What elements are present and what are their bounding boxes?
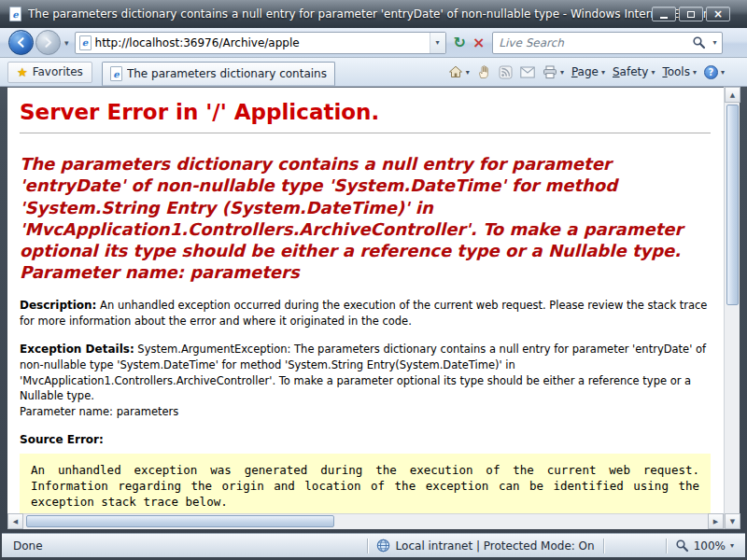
source-error-line: exception stack trace below. — [31, 494, 699, 510]
favorites-star-icon: ★ — [17, 65, 28, 79]
security-zone-text: Local intranet | Protected Mode: On — [396, 539, 595, 553]
zoom-control[interactable]: 100% ▾ — [675, 539, 734, 553]
scroll-right-button[interactable]: ▶ — [708, 513, 724, 529]
status-bar: Done Local intranet | Protected Mode: On… — [2, 533, 745, 557]
description-text: An unhandled exception occurred during t… — [20, 299, 707, 328]
hand-tool-button[interactable] — [477, 64, 491, 79]
page-icon: e — [79, 35, 92, 50]
printer-icon — [543, 65, 557, 79]
browser-viewport: Server Error in '/' Application. The par… — [7, 87, 724, 529]
scroll-left-button[interactable]: ◀ — [7, 513, 23, 529]
command-bar: ★ Favorites e The parameters dictionary … — [0, 58, 747, 87]
security-zone[interactable]: Local intranet | Protected Mode: On — [376, 539, 595, 553]
home-button[interactable]: ▾ — [448, 64, 470, 79]
print-button[interactable]: ▾ — [543, 65, 564, 79]
forward-button[interactable] — [35, 30, 61, 55]
tools-menu-button[interactable]: Tools ▾ — [662, 65, 697, 78]
help-chevron-icon: ▾ — [721, 68, 725, 77]
window-controls: × — [652, 7, 730, 21]
favorites-label: Favorites — [33, 65, 83, 78]
address-bar[interactable]: e ▾ — [75, 32, 446, 54]
rss-feed-icon — [499, 65, 513, 79]
description-label: Description: — [20, 299, 96, 312]
safety-chevron-icon: ▾ — [651, 68, 655, 77]
zoom-magnifier-icon — [675, 539, 689, 553]
page-title: Server Error in '/' Application. — [20, 100, 711, 124]
help-icon: ? — [704, 65, 718, 79]
search-dropdown-button[interactable]: ▾ — [708, 38, 722, 47]
tab-current-page[interactable]: e The parameters dictionary contains a .… — [102, 62, 335, 86]
exception-details-paragraph: Exception Details: System.ArgumentExcept… — [20, 342, 711, 420]
navigation-bar: ▾ e ▾ ↻ × ▾ — [0, 28, 747, 58]
vertical-scroll-thumb[interactable] — [726, 105, 739, 305]
statusbar-separator — [603, 539, 604, 553]
zoom-chevron-icon: ▾ — [730, 541, 734, 550]
horizontal-scroll-thumb[interactable] — [26, 515, 334, 527]
error-message-heading: The parameters dictionary contains a nul… — [20, 153, 711, 282]
hand-icon — [477, 64, 491, 79]
error-message-text: The parameters dictionary contains a nul… — [20, 154, 683, 259]
minimize-button[interactable] — [652, 7, 676, 21]
safety-menu-label: Safety — [613, 65, 648, 78]
safety-menu-button[interactable]: Safety ▾ — [613, 65, 655, 78]
zoom-level: 100% — [694, 539, 726, 553]
page-menu-label: Page — [571, 65, 599, 78]
tab-title: The parameters dictionary contains a ... — [127, 67, 327, 80]
exception-parameter-text: Parameter name: parameters — [20, 405, 178, 418]
source-error-box: An unhandled exception was generated dur… — [20, 454, 711, 518]
read-mail-button[interactable] — [520, 66, 535, 78]
tools-menu-label: Tools — [662, 65, 690, 78]
search-icon[interactable] — [689, 35, 708, 49]
search-box[interactable]: ▾ — [492, 32, 723, 54]
vertical-scrollbar[interactable]: ▲ ▼ — [724, 87, 740, 529]
maximize-icon — [687, 11, 695, 18]
page-menu-button[interactable]: Page ▾ — [571, 65, 605, 78]
maximize-button[interactable] — [679, 7, 703, 21]
command-toolbar: ▾ ▾ Page ▾ Safety ▾ — [448, 64, 725, 79]
globe-icon — [376, 539, 390, 553]
divider — [20, 133, 711, 133]
titlebar[interactable]: e The parameters dictionary contains a n… — [0, 0, 747, 28]
back-arrow-icon — [14, 35, 28, 49]
window-title: The parameters dictionary contains a nul… — [28, 7, 719, 21]
ie-window: e The parameters dictionary contains a n… — [0, 0, 747, 560]
forward-arrow-icon — [41, 35, 55, 49]
minimize-icon — [660, 17, 668, 19]
close-icon: × — [713, 8, 723, 20]
source-error-line: Information regarding the origin and loc… — [31, 478, 699, 494]
recent-pages-chevron-icon[interactable]: ▾ — [64, 38, 69, 48]
favorites-button[interactable]: ★ Favorites — [7, 62, 92, 83]
horizontal-scrollbar[interactable]: ◀ ▶ — [7, 513, 724, 529]
home-icon — [448, 64, 463, 79]
close-button[interactable]: × — [706, 7, 730, 21]
help-menu-button[interactable]: ? ▾ — [704, 65, 725, 79]
status-text: Done — [13, 539, 359, 553]
print-chevron-icon: ▾ — [560, 68, 564, 77]
stop-button[interactable]: × — [472, 35, 485, 50]
tools-chevron-icon: ▾ — [693, 68, 697, 77]
address-dropdown-button[interactable]: ▾ — [430, 33, 445, 53]
page-chevron-icon: ▾ — [601, 68, 605, 77]
source-error-label: Source Error: — [20, 433, 711, 446]
error-page: Server Error in '/' Application. The par… — [7, 88, 724, 529]
source-error-line: An unhandled exception was generated dur… — [31, 462, 699, 478]
scroll-up-button[interactable]: ▲ — [725, 87, 740, 103]
scroll-down-button[interactable]: ▼ — [725, 513, 740, 529]
url-input[interactable] — [92, 36, 430, 49]
home-chevron-icon: ▾ — [466, 68, 470, 77]
feeds-button[interactable] — [499, 65, 513, 79]
ie-page-icon: e — [9, 7, 21, 21]
tab-page-icon: e — [110, 66, 122, 81]
search-input[interactable] — [493, 36, 689, 49]
back-button[interactable] — [8, 30, 34, 55]
description-paragraph: Description: An unhandled exception occu… — [20, 298, 711, 329]
statusbar-separator — [367, 539, 368, 553]
statusbar-separator — [666, 539, 667, 553]
refresh-button[interactable]: ↻ — [454, 35, 466, 50]
mail-icon — [520, 66, 535, 78]
error-parameter-text: Parameter name: parameters — [20, 262, 300, 282]
exception-details-label: Exception Details: — [20, 343, 134, 356]
